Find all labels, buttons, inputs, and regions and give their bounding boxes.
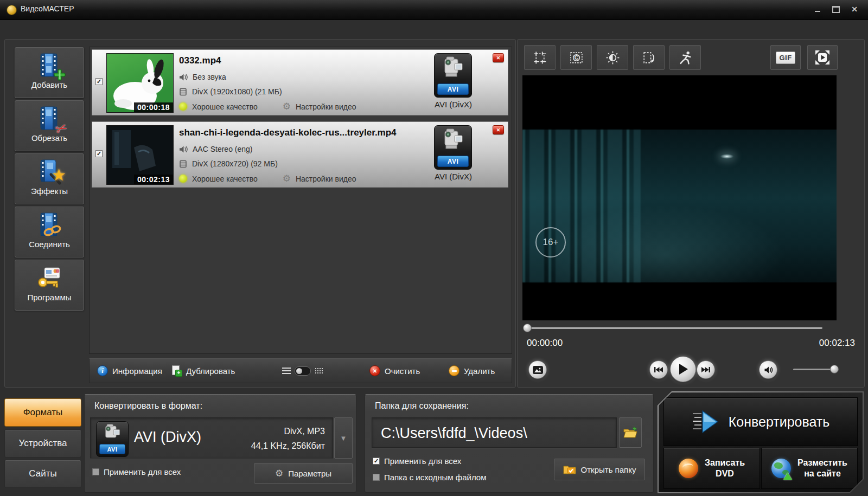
close-button[interactable]: ✕ [847, 4, 861, 14]
source-folder-checkbox[interactable]: Папка с исходным файлом [373, 473, 486, 482]
quality-settings-line: Хорошее качество ⚙ Настройки видео [179, 102, 356, 111]
play-button[interactable] [670, 356, 696, 382]
output-format-label: AVI (DivX) [414, 100, 493, 109]
seek-bar[interactable] [527, 327, 822, 329]
speaker-icon [179, 73, 188, 81]
minimize-button[interactable] [810, 4, 825, 14]
tab-devices[interactable]: Устройства [4, 429, 81, 458]
remove-video-button[interactable]: ✕ [493, 125, 504, 134]
browse-folder-button[interactable] [619, 417, 642, 448]
save-folder-panel: Папка для сохранения: C:\Users\fdfd_\Vid… [365, 394, 654, 493]
checkbox-unchecked[interactable] [92, 468, 99, 475]
tab-sites[interactable]: Сайты [4, 460, 81, 488]
gear-icon: ⚙ [275, 469, 283, 478]
open-folder-label: Открыть папку [581, 465, 636, 474]
video-duration: 00:00:18 [134, 102, 173, 112]
camcorder-icon [435, 126, 470, 154]
parameters-button[interactable]: ⚙ Параметры [254, 463, 353, 484]
window-controls: ✕ [810, 4, 861, 14]
format-apply-all-checkbox[interactable]: Применить для всех [92, 467, 181, 476]
output-format-tile[interactable]: AVI [434, 53, 472, 98]
plus-icon [53, 68, 66, 81]
format-badge: AVI [437, 83, 469, 95]
speed-button[interactable] [669, 45, 701, 70]
video-preview[interactable]: 16+ [522, 75, 837, 320]
gif-icon: GIF [776, 51, 795, 64]
maximize-icon [832, 6, 840, 13]
format-badge: AVI [437, 156, 469, 167]
camcorder-icon [435, 54, 470, 82]
tab-label: Форматы [23, 407, 63, 418]
effects-icon: ★ [36, 158, 63, 185]
open-folder-button[interactable]: Открыть папку [554, 459, 645, 480]
volume-handle[interactable] [830, 365, 839, 373]
sidebar-item-effects[interactable]: ★ Эффекты [15, 153, 84, 204]
tab-formats[interactable]: Форматы [4, 398, 81, 427]
join-video-icon [36, 211, 63, 239]
delete-button[interactable]: Удалить [449, 359, 495, 383]
view-toggle-switch[interactable] [295, 366, 311, 376]
output-format-tile[interactable]: AVI [434, 125, 472, 170]
save-path-field[interactable]: C:\Users\fdfd_\Videos\ [372, 417, 617, 448]
previous-frame-button[interactable] [649, 360, 668, 379]
apply-all-label: Применить для всех [384, 456, 461, 466]
previous-icon [654, 366, 663, 373]
quality-label: Хорошее качество [192, 102, 258, 111]
sidebar-item-trim[interactable]: ✂ Обрезать [15, 100, 84, 151]
chevron-down-icon: ▼ [340, 434, 347, 442]
sidebar-item-join[interactable]: Соединить [15, 207, 84, 257]
film-icon [179, 160, 187, 168]
next-frame-button[interactable] [697, 360, 715, 379]
video-title: shan-chi-i-legenda-desyati-kolec-rus...t… [179, 127, 397, 138]
convert-button[interactable]: Конвертировать [663, 397, 858, 446]
star-icon: ★ [52, 165, 66, 184]
rotate-video-icon [642, 50, 656, 65]
video-row-1[interactable]: ✓ 00:00:18 0332.mp4 Без звука [92, 49, 508, 115]
grid-view-icon [315, 368, 323, 374]
sidebar-item-label: Обрезать [15, 133, 84, 143]
video-row-2[interactable]: ✓ 00:02:13 shan-chi-i-legenda-desyati-ko… [92, 121, 508, 188]
view-toggle[interactable] [282, 359, 323, 383]
lamp-glow [720, 154, 733, 159]
window-title: ВидеоМАСТЕР [21, 4, 74, 13]
gear-icon: ⚙ [283, 102, 291, 111]
video-info: DivX (1280x720) (92 МБ) [192, 159, 278, 168]
app-window: ВидеоМАСТЕР ✕ Файл Правка Обработка Восп… [0, 0, 868, 496]
publish-site-button[interactable]: Разместитьна сайте [761, 448, 858, 489]
burn-dvd-button[interactable]: ЗаписатьDVD [663, 448, 760, 489]
fullscreen-play-icon [814, 49, 831, 66]
video-checkbox[interactable]: ✓ [95, 150, 103, 157]
clear-icon: ✕ [369, 365, 380, 376]
info-button[interactable]: i Информация [97, 359, 162, 383]
remove-video-button[interactable]: ✕ [493, 53, 504, 62]
info-label: Информация [112, 366, 162, 376]
video-settings-link[interactable]: Настройки видео [296, 102, 356, 111]
sidebar-item-label: Соединить [15, 240, 84, 249]
format-dropdown-button[interactable]: ▼ [334, 417, 353, 459]
publish-label: Разместитьна сайте [797, 458, 847, 479]
watermark-button[interactable]: C [560, 45, 592, 70]
sidebar-item-label: Добавить [15, 80, 84, 89]
brightness-button[interactable] [597, 45, 628, 70]
video-checkbox[interactable]: ✓ [95, 78, 103, 85]
sidebar-item-add[interactable]: Добавить [15, 47, 84, 98]
folder-apply-all-checkbox[interactable]: ✓ Применить для всех [373, 456, 461, 466]
checkbox-unchecked[interactable] [373, 474, 380, 481]
brightness-icon [605, 50, 620, 65]
rotate-button[interactable] [633, 45, 665, 70]
delete-icon [449, 365, 459, 376]
crop-button[interactable] [524, 45, 556, 70]
maximize-button[interactable] [829, 4, 843, 14]
seek-handle[interactable] [523, 324, 532, 332]
checkbox-checked[interactable]: ✓ [373, 458, 380, 465]
mute-button[interactable] [759, 360, 777, 379]
video-settings-link[interactable]: Настройки видео [296, 175, 356, 183]
convert-panel: Конвертировать ЗаписатьDVD Разместитьна … [658, 391, 864, 493]
sidebar-item-programs[interactable]: Программы [15, 260, 84, 311]
clear-button[interactable]: ✕ Очистить [369, 359, 420, 383]
gif-button[interactable]: GIF [770, 45, 801, 70]
duplicate-button[interactable]: + Дублировать [172, 359, 235, 383]
fullscreen-play-button[interactable] [807, 45, 838, 70]
snapshot-button[interactable] [528, 360, 547, 379]
format-selector[interactable]: AVI AVI (DivX) DivX, MP3 44,1 KHz, 256Кб… [90, 417, 333, 459]
